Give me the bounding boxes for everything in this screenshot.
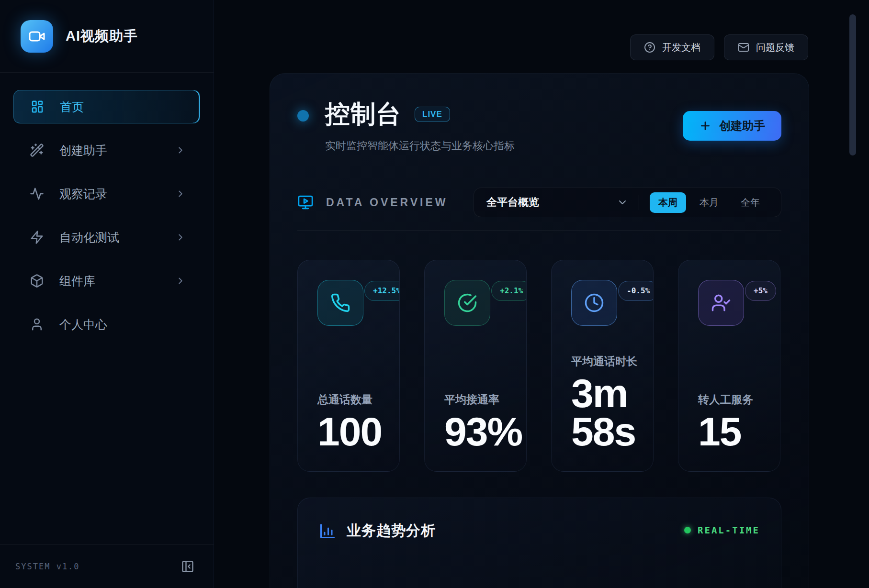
help-circle-icon	[644, 42, 655, 53]
app-title: AI视频助手	[66, 27, 138, 46]
dashboard-icon	[30, 100, 45, 114]
stat-card-human-transfer: +5% 转人工服务 15	[678, 260, 780, 472]
user-icon	[30, 317, 44, 332]
overview-controls: 全平台概览 本周 本月 全年	[474, 188, 781, 217]
chevron-right-icon	[175, 145, 186, 155]
chevron-down-icon	[617, 197, 628, 208]
delta-badge: +2.1%	[491, 281, 527, 301]
scrollbar-thumb[interactable]	[849, 14, 856, 155]
stat-card-total-calls: +12.5% 总通话数量 100	[297, 260, 400, 472]
phone-icon	[317, 280, 363, 326]
platform-dropdown-value: 全平台概览	[486, 195, 539, 210]
green-dot-icon	[684, 527, 691, 533]
chevron-right-icon	[175, 232, 186, 243]
platform-dropdown[interactable]: 全平台概览	[486, 195, 628, 210]
sidebar-item-label: 组件库	[59, 273, 95, 289]
lightning-icon	[30, 230, 44, 244]
stat-card-avg-duration: -0.5% 平均通话时长 3m 58s	[551, 260, 654, 472]
sidebar-item-home[interactable]: 首页	[13, 90, 200, 123]
activity-pulse-icon	[30, 187, 44, 201]
clock-icon	[571, 280, 617, 326]
magic-wand-icon	[30, 143, 44, 157]
sidebar: AI视频助手 首页 创建助手 观察记录	[0, 0, 214, 588]
period-tabs: 本周 本月 全年	[650, 192, 768, 213]
create-assistant-button[interactable]: 创建助手	[683, 111, 781, 141]
sidebar-item-create-assistant[interactable]: 创建助手	[13, 133, 200, 167]
bar-chart-icon	[319, 522, 336, 540]
sidebar-item-observation-log[interactable]: 观察记录	[13, 177, 200, 211]
console-header: 控制台 LIVE 实时监控智能体运行状态与业务核心指标 创建助手	[297, 98, 781, 153]
app-header: AI视频助手	[0, 0, 214, 73]
tab-this-month[interactable]: 本月	[691, 192, 727, 213]
sidebar-item-label: 创建助手	[59, 143, 107, 158]
stat-label: 平均接通率	[444, 392, 521, 407]
plus-icon	[699, 120, 711, 132]
stat-card-answer-rate: +2.1% 平均接通率 93%	[424, 260, 527, 472]
delta-badge: +12.5%	[364, 281, 400, 301]
sidebar-item-automation-test[interactable]: 自动化测试	[13, 221, 200, 254]
section-label: DATA OVERVIEW	[326, 196, 448, 209]
sidebar-nav: 首页 创建助手 观察记录 自动化测试	[0, 73, 214, 341]
console-panel: 控制台 LIVE 实时监控智能体运行状态与业务核心指标 创建助手 DATA OV…	[270, 73, 809, 588]
dev-docs-button[interactable]: 开发文档	[630, 34, 714, 60]
sidebar-item-label: 首页	[60, 99, 84, 115]
stat-label: 平均通话时长	[571, 354, 648, 369]
video-camera-icon	[21, 20, 53, 53]
delta-badge: +5%	[745, 281, 776, 301]
sidebar-item-profile[interactable]: 个人中心	[13, 308, 200, 341]
chevron-right-icon	[175, 276, 186, 286]
check-circle-icon	[444, 280, 490, 326]
live-badge: LIVE	[415, 107, 450, 122]
data-overview-row: DATA OVERVIEW 全平台概览 本周 本月 全年	[297, 188, 781, 217]
stats-row: +12.5% 总通话数量 100 +2.1% 平均接通率 93%	[297, 260, 781, 472]
page-title: 控制台	[325, 98, 401, 131]
divider	[297, 230, 781, 231]
cube-icon	[30, 274, 44, 288]
sidebar-item-label: 观察记录	[59, 186, 107, 202]
feedback-button[interactable]: 问题反馈	[724, 34, 808, 60]
stat-value: 93%	[444, 413, 521, 451]
dev-docs-label: 开发文档	[662, 41, 700, 54]
system-version: SYSTEM v1.0	[15, 562, 80, 571]
mail-icon	[738, 42, 749, 53]
sidebar-footer: SYSTEM v1.0	[0, 544, 214, 588]
status-dot	[297, 110, 309, 122]
stat-label: 转人工服务	[698, 392, 775, 407]
tab-this-week[interactable]: 本周	[650, 192, 686, 213]
realtime-status: REAL-TIME	[684, 525, 760, 535]
tab-this-year[interactable]: 全年	[732, 192, 768, 213]
chevron-right-icon	[175, 189, 186, 199]
delta-badge: -0.5%	[618, 281, 654, 301]
user-check-icon	[698, 280, 744, 326]
page-subtitle: 实时监控智能体运行状态与业务核心指标	[325, 139, 515, 153]
trend-analysis-card: 业务趋势分析 REAL-TIME	[297, 498, 781, 588]
realtime-label: REAL-TIME	[698, 525, 760, 535]
feedback-label: 问题反馈	[756, 41, 794, 54]
monitor-play-icon	[297, 194, 314, 211]
create-assistant-label: 创建助手	[719, 118, 765, 133]
sidebar-item-component-library[interactable]: 组件库	[13, 264, 200, 298]
stat-value: 3m 58s	[571, 375, 648, 451]
sidebar-item-label: 自动化测试	[59, 230, 119, 245]
collapse-sidebar-icon[interactable]	[181, 560, 194, 573]
trend-title: 业务趋势分析	[347, 521, 436, 541]
stat-value: 15	[698, 413, 775, 451]
topbar: 开发文档 问题反馈	[630, 34, 808, 60]
sidebar-item-label: 个人中心	[59, 317, 107, 333]
stat-value: 100	[317, 413, 395, 451]
stat-label: 总通话数量	[317, 392, 395, 407]
divider	[639, 195, 639, 210]
